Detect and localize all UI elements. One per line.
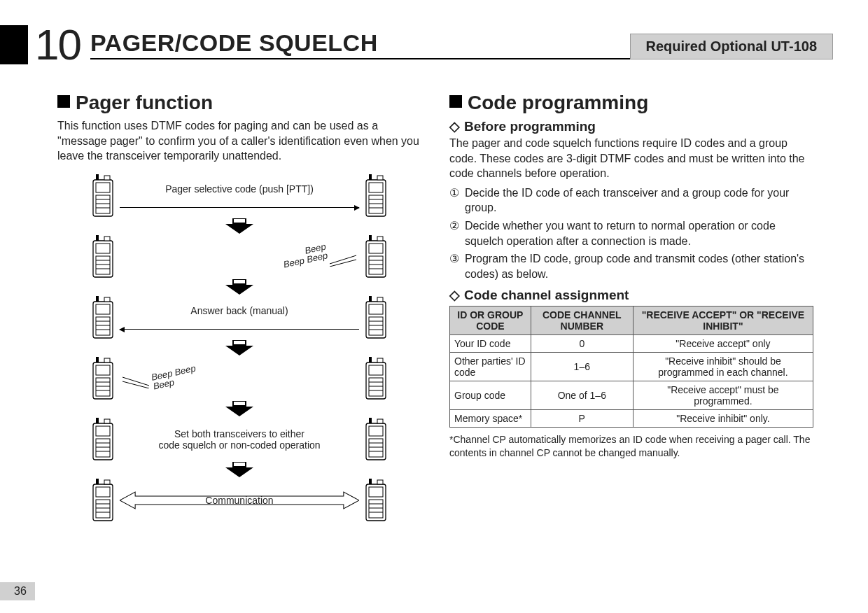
code-programming-heading-text: Code programming xyxy=(468,92,648,113)
radio-icon xyxy=(362,173,390,219)
table-row: Other parties' ID code 1–6 "Receive inhi… xyxy=(450,353,813,381)
step-text: Decide the ID code of each transceiver a… xyxy=(465,185,813,216)
radio-icon xyxy=(89,416,117,463)
radio-icon xyxy=(362,234,390,280)
code-programming-heading: Code programming xyxy=(449,92,813,114)
code-channel-table: ID OR GROUP CODE CODE CHANNEL NUMBER "RE… xyxy=(449,306,813,428)
diagram-label-set: Set both transceivers to either xyxy=(120,428,359,439)
right-arrow-icon xyxy=(120,207,359,208)
pager-function-heading: Pager function xyxy=(57,92,421,114)
pager-function-intro: This function uses DTMF codes for paging… xyxy=(57,118,421,164)
chapter-title: PAGER/CODE SQUELCH xyxy=(90,29,378,57)
table-row: Your ID code 0 "Receive accept" only xyxy=(450,335,813,353)
svg-line-20 xyxy=(122,381,149,388)
left-arrow-icon xyxy=(120,329,359,330)
diamond-bullet-icon: ◇ xyxy=(449,287,460,303)
radio-icon xyxy=(362,355,390,402)
th-channel-number: CODE CHANNEL NUMBER xyxy=(531,306,633,335)
radio-icon xyxy=(89,173,117,219)
sound-lines-icon xyxy=(330,254,358,267)
th-receive: "RECEIVE ACCEPT" OR "RECEIVE INHIBIT" xyxy=(633,306,813,335)
radio-icon xyxy=(89,355,117,402)
left-column: Pager function This function uses DTMF c… xyxy=(57,92,421,527)
beep-label: Beep BeepBeep xyxy=(150,364,198,391)
required-optional-box: Required Optional UT-108 xyxy=(630,34,833,59)
before-programming-heading: ◇Before programming xyxy=(449,118,813,134)
square-bullet-icon xyxy=(449,95,462,108)
radio-icon xyxy=(362,416,390,463)
chapter-number: 10 xyxy=(35,20,80,69)
diagram-label-comm: Communication xyxy=(205,495,273,506)
radio-icon xyxy=(89,234,117,280)
radio-icon xyxy=(89,295,117,341)
pager-diagram: Pager selective code (push [PTT]) BeepBe… xyxy=(89,171,390,526)
before-programming-text: The pager and code squelch functions req… xyxy=(449,136,813,181)
step-number: ① xyxy=(449,185,465,216)
programming-steps: ①Decide the ID code of each transceiver … xyxy=(449,185,813,282)
square-bullet-icon xyxy=(57,95,70,108)
table-row: Group code One of 1–6 "Receive accept" m… xyxy=(450,381,813,410)
radio-icon xyxy=(362,477,390,523)
right-column: Code programming ◇Before programming The… xyxy=(449,92,813,527)
page-number: 36 xyxy=(0,582,35,600)
step-number: ② xyxy=(449,218,465,248)
radio-icon xyxy=(362,295,390,341)
step-text: Decide whether you want to return to nor… xyxy=(465,218,813,248)
svg-line-14 xyxy=(330,260,356,267)
chapter-header: 10 PAGER/CODE SQUELCH Required Optional … xyxy=(0,20,833,69)
header-black-bar xyxy=(0,25,28,64)
beep-label: BeepBeep Beep xyxy=(281,242,328,269)
diagram-label-answer: Answer back (manual) xyxy=(120,305,359,316)
diamond-bullet-icon: ◇ xyxy=(449,118,460,134)
pager-function-heading-text: Pager function xyxy=(76,92,213,113)
radio-icon xyxy=(89,477,117,523)
step-number: ③ xyxy=(449,251,465,281)
svg-line-13 xyxy=(330,255,356,264)
table-footnote: *Channel CP automatically memorizes an I… xyxy=(449,433,813,460)
svg-line-19 xyxy=(122,377,149,386)
diagram-label-set2: code squelch or non-coded operation xyxy=(120,439,359,451)
double-arrow-icon: Communication xyxy=(117,491,362,510)
sound-lines-icon xyxy=(121,376,149,388)
table-row: Memory space* P "Receive inhibit" only. xyxy=(450,410,813,428)
th-id-group: ID OR GROUP CODE xyxy=(450,306,531,335)
diagram-label-ptt: Pager selective code (push [PTT]) xyxy=(120,183,359,195)
code-channel-heading: ◇Code channel assignment xyxy=(449,287,813,303)
step-text: Program the ID code, group code and tran… xyxy=(465,251,813,281)
